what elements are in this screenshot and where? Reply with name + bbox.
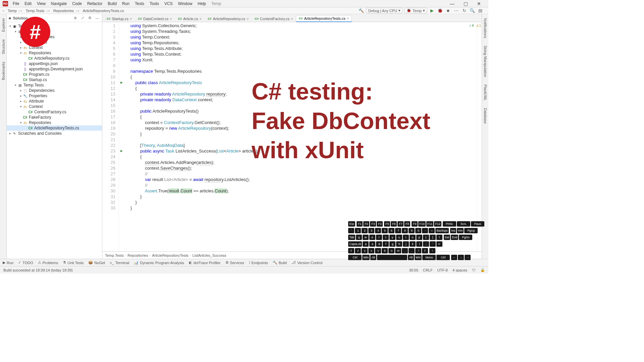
tool-dottrace-profiler[interactable]: ◐dotTrace Profiler (189, 260, 221, 265)
left-rail-explorer[interactable]: Explorer (1, 16, 5, 34)
menu-navigate[interactable]: Navigate (48, 1, 69, 6)
right-rail-plantuml[interactable]: PlantUML (483, 82, 487, 103)
close-icon[interactable]: × (200, 17, 202, 21)
line-endings[interactable]: CRLF (423, 268, 433, 272)
close-icon[interactable]: × (291, 17, 293, 21)
panel-settings-icon[interactable]: ⚙ (87, 15, 93, 21)
menu-tools[interactable]: Tools (147, 1, 162, 6)
expand-icon[interactable]: ⤢ (80, 15, 85, 21)
run-config-dropdown[interactable]: 🐞 Temp ▾ (404, 8, 427, 13)
breadcrumb-item[interactable]: ▫Temp (3, 9, 17, 13)
editor-tab[interactable]: C#ArticleRepositoryTests.cs× (296, 15, 352, 22)
tool-services[interactable]: ⚙Services (225, 260, 244, 265)
tool-version-control[interactable]: ⎇Version Control (291, 260, 322, 265)
menu-code[interactable]: Code (69, 1, 85, 6)
left-rail-structure[interactable]: Structure (1, 37, 5, 56)
menu-edit[interactable]: Edit (22, 1, 34, 6)
stop-button[interactable]: ■ (445, 7, 451, 14)
maximize-button[interactable]: ▢ (459, 0, 472, 7)
tree-node[interactable]: ▸🗀Attribute (7, 99, 102, 104)
more-run-icon[interactable]: ⋯ (453, 7, 460, 14)
tool-terminal[interactable]: >_Terminal (110, 261, 129, 265)
tree-node[interactable]: ▸⬚Dependencies (7, 88, 102, 93)
readonly-icon[interactable]: 🔓 (480, 268, 485, 272)
editor-tab[interactable]: C#Article.cs× (175, 15, 205, 22)
menu-view[interactable]: View (34, 1, 48, 6)
tool-nuget[interactable]: 📦NuGet (88, 260, 105, 265)
nav-crumb[interactable]: ArticleRepositoryTests (152, 253, 189, 257)
menu-run[interactable]: Run (119, 1, 132, 6)
menu-refactor[interactable]: Refactor (85, 1, 105, 6)
nav-crumb[interactable]: Temp.Tests (105, 253, 124, 257)
build-icon[interactable]: 🔨 (358, 7, 365, 14)
tree-node[interactable]: C#ArticleRepository.cs (7, 56, 102, 61)
file-encoding[interactable]: UTF-8 (437, 268, 448, 272)
breadcrumb-item[interactable]: ▫ArticleRepositoryTests.cs (78, 9, 124, 13)
tool-dynamic-program-analysis[interactable]: 📊Dynamic Program Analysis (134, 260, 184, 265)
code-editor[interactable]: 1234567891011121314151617181920212223242… (102, 22, 482, 251)
close-icon[interactable]: × (130, 17, 132, 21)
breadcrumb-item[interactable]: ▫Temp.Tests (21, 9, 45, 13)
tree-node[interactable]: {}appsettings.json (7, 61, 102, 66)
menu-vcs[interactable]: VCS (162, 1, 175, 6)
locate-icon[interactable]: ⊕ (72, 15, 78, 21)
editor-tab[interactable]: C#DataContext.cs× (135, 15, 175, 22)
update-icon[interactable]: ↻ (461, 7, 468, 14)
editor-tab[interactable]: C#ContextFactory.cs× (252, 15, 296, 22)
nav-crumb[interactable]: Repositories (127, 253, 148, 257)
key: = (429, 228, 435, 233)
menu-help[interactable]: Help (195, 1, 209, 6)
tool-problems[interactable]: ⚠Problems (38, 260, 58, 265)
tree-node[interactable]: C#ArticleRepositoryTests.cs (7, 125, 102, 131)
close-icon[interactable]: × (170, 17, 172, 21)
run-gutter[interactable]: ▶▶ (119, 22, 124, 251)
tree-node[interactable]: C#ContextFactory.cs (7, 109, 102, 115)
tool-run[interactable]: ▶Run (3, 260, 13, 265)
menu-window[interactable]: Window (175, 1, 195, 6)
code-lines[interactable]: using System.Collections.Generic;using S… (128, 22, 477, 251)
tree-node[interactable]: C#Program.cs (7, 72, 102, 77)
right-rail-database[interactable]: Database (483, 106, 487, 126)
tool-build[interactable]: 🔨Build (273, 260, 287, 265)
right-rail-notifications[interactable]: Notifications (483, 16, 487, 40)
menu-build[interactable]: Build (105, 1, 119, 6)
tool-todo[interactable]: ✓TODO (18, 260, 33, 265)
tree-node[interactable]: ▾🗀Context (7, 104, 102, 109)
build-config-dropdown[interactable]: Debug | Any CPU ▾ (366, 8, 403, 13)
left-rail-bookmarks[interactable]: Bookmarks (1, 60, 5, 82)
tree-node[interactable]: ▸🔧Properties (7, 93, 102, 99)
editor-tab[interactable]: C#ArticleRepository.cs× (205, 15, 252, 22)
tree-node[interactable]: ▾🗀Repositories (7, 120, 102, 125)
fold-gutter[interactable] (124, 22, 128, 251)
hide-panel-icon[interactable]: — (95, 15, 100, 21)
menu-tests[interactable]: Tests (132, 1, 147, 6)
right-rail-string-manipulation[interactable]: String Manipulation (483, 44, 487, 79)
settings-icon[interactable]: ▤ (477, 7, 484, 14)
tree-node[interactable]: ▸✎Scratches and Consoles (7, 131, 102, 136)
indent-setting[interactable]: 4 spaces (452, 268, 467, 272)
run-button[interactable]: ▶ (429, 7, 435, 14)
search-icon[interactable]: 🔍 (469, 7, 476, 14)
tree-node[interactable]: C#Startup.cs (7, 77, 102, 82)
menu-file[interactable]: File (10, 1, 22, 6)
nav-crumb[interactable]: ListArticles_Success (193, 253, 226, 257)
caret-position[interactable]: 30:55 (409, 268, 419, 272)
tree-node[interactable]: C#FakeFactory (7, 115, 102, 120)
solution-tree[interactable]: ▾▣Temp▾▤Temp▸⬚Dependencies▸🔧Properties▸🗀… (7, 22, 102, 259)
inspection-icon[interactable]: 🛡 (472, 268, 476, 272)
tree-node[interactable]: ▸🗀Context (7, 45, 102, 50)
tree-node[interactable]: ▾🗀Repositories (7, 50, 102, 56)
close-icon[interactable]: × (247, 17, 249, 21)
inspection-gutter[interactable]: ⚠1 ✓4 (477, 22, 482, 251)
editor-tab[interactable]: C#Startup.cs× (104, 15, 135, 22)
minimize-button[interactable]: — (445, 0, 459, 7)
tree-node[interactable]: ▸🔧Properties (7, 40, 102, 45)
breadcrumb-item[interactable]: ▫Repositories (48, 9, 74, 13)
tree-node[interactable]: ▾▤Temp.Tests (7, 82, 102, 88)
tool-endpoints[interactable]: ⟟Endpoints (249, 260, 268, 265)
close-icon[interactable]: × (347, 16, 349, 20)
close-button[interactable]: ✕ (472, 0, 486, 7)
debug-button[interactable]: 🐞 (437, 7, 443, 14)
tree-node[interactable]: {}appsettings.Development.json (7, 66, 102, 72)
tool-unit-tests[interactable]: ⚗Unit Tests (63, 260, 84, 265)
